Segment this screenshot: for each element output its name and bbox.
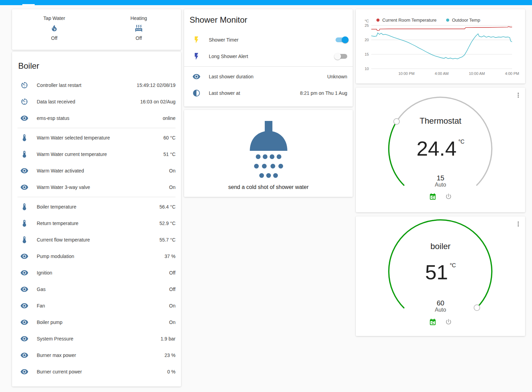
divider — [18, 197, 176, 197]
eye-icon — [20, 183, 29, 191]
glance-state: Off — [136, 35, 142, 41]
entity-label: Shower Timer — [209, 37, 336, 43]
glance-label: Heating — [131, 15, 147, 21]
legend-label: Outdoor Temp — [452, 18, 480, 23]
svg-text:4:00 PM: 4:00 PM — [505, 71, 519, 76]
entity-row[interactable]: GasOff — [12, 281, 181, 298]
boiler-gauge-card: boiler 51°C 60 Auto — [356, 216, 525, 336]
entity-row[interactable]: Burner max power23 % — [12, 347, 181, 363]
thermometer-icon — [20, 150, 29, 158]
calendar-sync-icon[interactable] — [429, 318, 437, 326]
power-icon[interactable] — [445, 193, 452, 200]
entity-row[interactable]: Warm Water current temperature51 °C — [12, 146, 181, 163]
gauge-actions — [356, 193, 525, 200]
flash-icon — [192, 36, 201, 44]
entity-value: On — [169, 303, 176, 309]
toggle-thumb — [334, 53, 341, 60]
svg-text:°C: °C — [365, 19, 369, 23]
entity-row[interactable]: Warm Water selected temperature60 °C — [12, 130, 181, 146]
gauge-value: 51°C — [356, 261, 525, 283]
gauge-value-number: 24.4 — [417, 137, 457, 160]
thermostat-card: Thermostat 24.4°C 15 Auto — [356, 88, 525, 212]
shower-action-card[interactable]: send a cold shot of shower water — [184, 110, 353, 197]
entity-row[interactable]: System Pressure1.9 bar — [12, 331, 181, 347]
entity-label: Return temperature — [37, 221, 159, 226]
entity-value: 56.4 °C — [159, 204, 176, 210]
more-options-button[interactable] — [514, 220, 522, 228]
entity-label: Burner max power — [37, 352, 165, 358]
entity-row[interactable]: IgnitionOff — [12, 265, 181, 281]
app-header — [0, 0, 532, 5]
circle-half-icon — [192, 89, 201, 97]
eye-icon — [20, 318, 29, 326]
gauge-mode: Auto — [356, 307, 525, 313]
entity-row[interactable]: ems-esp statusonline — [12, 110, 181, 126]
active-tab-indicator[interactable] — [22, 4, 35, 5]
entity-label: Pump modulation — [37, 254, 165, 259]
calendar-sync-icon[interactable] — [429, 193, 437, 200]
boiler-entity-list: Controller last restart15:49:12 02/08/19… — [12, 77, 181, 380]
eye-icon — [20, 368, 29, 376]
divider — [18, 128, 176, 128]
entity-row[interactable]: Current flow temperature55.7 °C — [12, 232, 181, 248]
thermometer-icon — [20, 134, 29, 142]
eye-icon — [20, 351, 29, 359]
entity-row[interactable]: Burner current power0 % — [12, 363, 181, 380]
radiator-icon — [135, 24, 143, 32]
entity-value: 16:03 on 02/Aug — [140, 99, 176, 104]
entity-row[interactable]: Warm Water activatedOn — [12, 163, 181, 179]
glance-label: Tap Water — [43, 15, 65, 21]
more-options-button[interactable] — [514, 91, 522, 99]
entity-value: 60 °C — [163, 135, 176, 141]
eye-icon — [20, 335, 29, 343]
entity-row[interactable]: Shower Timer — [184, 32, 353, 48]
glance-item[interactable]: Heating Off — [97, 15, 181, 50]
toggle-switch[interactable] — [336, 37, 347, 42]
gauge-value-number: 51 — [425, 261, 448, 284]
entity-row[interactable]: Return temperature52.9 °C — [12, 215, 181, 232]
entity-row[interactable]: Data last received16:03 on 02/Aug — [12, 93, 181, 110]
entity-value: Off — [169, 287, 176, 292]
entity-row[interactable]: Boiler temperature56.4 °C — [12, 199, 181, 215]
entity-value: 51 °C — [163, 152, 176, 157]
entity-row[interactable]: Last shower durationUnknown — [184, 68, 353, 85]
legend-item: Outdoor Temp — [446, 18, 480, 23]
entity-value: 0 % — [167, 369, 176, 374]
entity-value: On — [169, 184, 176, 190]
entity-row[interactable]: Pump modulation37 % — [12, 248, 181, 265]
entity-label: Data last received — [37, 99, 140, 104]
entity-row[interactable]: Last shower at8:21 pm on Thu 1 Aug — [184, 85, 353, 101]
gauge-title: Thermostat — [356, 116, 525, 126]
entity-label: Last shower duration — [209, 74, 327, 79]
entity-label: Boiler temperature — [37, 204, 159, 210]
entity-label: Long Shower Alert — [209, 54, 336, 59]
column-left: Tap Water Off Heating Off Boiler Control… — [12, 9, 181, 387]
svg-text:20: 20 — [365, 38, 369, 42]
glance-item[interactable]: Tap Water Off — [12, 15, 97, 50]
entity-row[interactable]: Controller last restart15:49:12 02/08/19 — [12, 77, 181, 93]
gauge-target-temp: 15 — [356, 174, 525, 182]
toggle-thumb — [342, 36, 349, 43]
entity-label: Warm Water activated — [37, 168, 169, 173]
entity-row[interactable]: Warm Water 3-way valveOn — [12, 179, 181, 195]
entity-value: On — [169, 168, 176, 173]
power-icon[interactable] — [445, 318, 452, 326]
legend-dot — [446, 19, 449, 22]
entity-row[interactable]: FanOn — [12, 298, 181, 314]
eye-icon — [20, 302, 29, 310]
legend-item: Current Room Temperature — [376, 18, 437, 23]
fire-icon — [50, 24, 58, 32]
svg-text:10:00 AM: 10:00 AM — [469, 71, 485, 76]
history-chart-card: 25201510°C10:00 PM4:00 AM10:00 AM4:00 PM… — [356, 9, 525, 83]
card-title-shower-monitor: Shower Monitor — [184, 9, 353, 32]
shower-action-label: send a cold shot of shower water — [228, 184, 309, 190]
entity-value: 55.7 °C — [159, 237, 176, 243]
entity-row[interactable]: Long Shower Alert — [184, 48, 353, 65]
eye-icon — [20, 269, 29, 277]
gauge-mode: Auto — [356, 182, 525, 188]
entity-label: Current flow temperature — [37, 237, 159, 243]
entity-label: Last shower at — [209, 90, 300, 96]
entity-row[interactable]: Boiler pumpOn — [12, 314, 181, 331]
entity-label: Warm Water current temperature — [37, 152, 163, 157]
toggle-switch[interactable] — [336, 54, 347, 59]
